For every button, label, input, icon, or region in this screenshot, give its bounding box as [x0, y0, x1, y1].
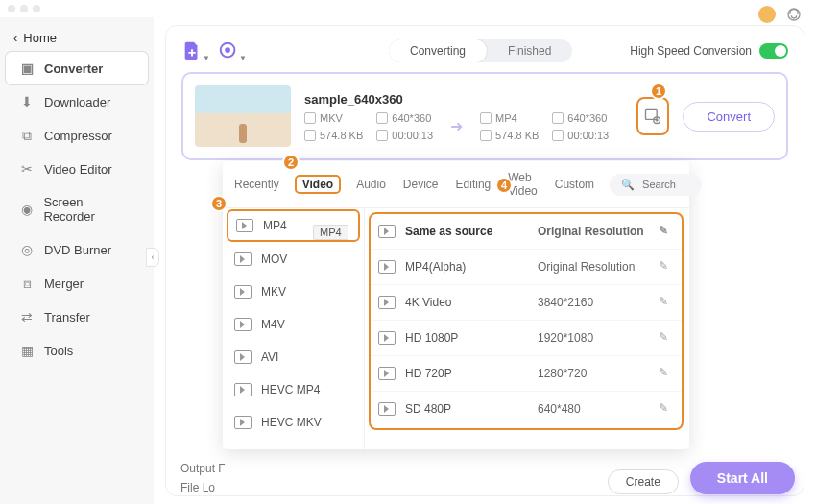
sidebar: ‹ Home ▣ Converter ⬇ Downloader ⧉ Compre… [0, 17, 154, 504]
status-segment: Converting Finished [389, 39, 572, 62]
traffic-light-max[interactable] [33, 5, 40, 12]
resolution-list: Same as source Original Resolution ✎ MP4… [365, 208, 689, 449]
add-dvd-button[interactable]: ▼ [218, 40, 239, 61]
edit-icon[interactable]: ✎ [659, 366, 674, 381]
tab-finished[interactable]: Finished [487, 39, 572, 62]
file-location-label: File Lo [180, 481, 226, 494]
edit-icon[interactable]: ✎ [659, 224, 674, 239]
sidebar-item-transfer[interactable]: ⇄ Transfer [6, 300, 148, 333]
container-icon [480, 112, 492, 124]
resolution-row[interactable]: SD 480P 640*480 ✎ [371, 392, 682, 426]
file-name: sample_640x360 [304, 92, 623, 107]
res-value: Original Resolution [538, 225, 649, 238]
res-value: 1920*1080 [538, 331, 649, 345]
traffic-light-close[interactable] [8, 5, 15, 12]
footer: Output F File Lo Create Start All [180, 462, 795, 494]
start-all-button[interactable]: Start All [690, 462, 795, 494]
chevron-down-icon: ▼ [239, 54, 247, 62]
support-icon[interactable] [785, 6, 803, 23]
play-icon [234, 350, 252, 364]
video-thumbnail[interactable] [195, 85, 291, 147]
sidebar-item-tools[interactable]: ▦ Tools [6, 334, 148, 367]
res-name: MP4(Alpha) [405, 260, 528, 274]
edit-icon[interactable]: ✎ [659, 401, 674, 417]
avatar[interactable] [758, 6, 776, 23]
home-link[interactable]: ‹ Home [0, 25, 154, 51]
res-icon [376, 112, 388, 124]
format-label: MOV [261, 252, 287, 266]
search-input[interactable] [642, 179, 700, 190]
resolution-row[interactable]: Same as source Original Resolution ✎ [371, 214, 682, 250]
edit-icon[interactable]: ✎ [659, 330, 674, 346]
search-box[interactable]: 🔍 [610, 174, 702, 196]
svg-point-2 [226, 48, 229, 52]
sidebar-collapse-handle[interactable]: ‹ [146, 248, 159, 267]
dst-container: MP4 [495, 112, 517, 124]
res-name: HD 720P [405, 367, 528, 380]
tooltip-mp4: MP4 [313, 225, 348, 240]
sidebar-item-label: Downloader [44, 95, 110, 109]
tab-device[interactable]: Device [401, 176, 441, 193]
play-icon [234, 383, 252, 396]
video-icon [378, 260, 396, 274]
traffic-light-min[interactable] [20, 5, 28, 12]
output-folder-label: Output F [180, 462, 226, 475]
merger-icon: ⧈ [19, 276, 35, 291]
play-icon [236, 219, 253, 232]
format-hevc-mkv[interactable]: HEVC MKV [223, 406, 364, 439]
sidebar-item-label: DVD Burner [44, 243, 111, 257]
resolution-row[interactable]: HD 1080P 1920*1080 ✎ [371, 321, 682, 356]
format-avi[interactable]: AVI [223, 341, 364, 373]
convert-button[interactable]: Convert [683, 102, 775, 132]
play-icon [234, 318, 252, 331]
resolution-row[interactable]: HD 720P 1280*720 ✎ [371, 356, 682, 392]
edit-icon[interactable]: ✎ [659, 259, 674, 275]
sidebar-item-merger[interactable]: ⧈ Merger [6, 267, 148, 300]
sidebar-item-label: Screen Recorder [43, 195, 134, 224]
output-settings-button[interactable] [636, 97, 669, 135]
hsc-toggle[interactable] [759, 43, 788, 59]
sidebar-item-converter[interactable]: ▣ Converter [6, 52, 148, 84]
home-label: Home [23, 31, 57, 45]
sidebar-item-video-editor[interactable]: ✂ Video Editor [6, 153, 148, 185]
callout-badge-3: 3 [210, 195, 228, 212]
tab-converting[interactable]: Converting [389, 39, 487, 62]
format-mov[interactable]: MOV [223, 243, 364, 276]
dst-dur: 00:00:13 [567, 130, 609, 141]
sidebar-item-dvd-burner[interactable]: ◎ DVD Burner [6, 233, 148, 266]
sidebar-item-downloader[interactable]: ⬇ Downloader [6, 85, 148, 118]
resolution-row[interactable]: MP4(Alpha) Original Resolution ✎ [371, 250, 682, 285]
tools-icon: ▦ [19, 343, 35, 358]
transfer-icon: ⇄ [19, 309, 35, 324]
tab-recently[interactable]: Recently [232, 176, 281, 193]
tab-editing[interactable]: Editing [454, 176, 493, 193]
add-file-button[interactable]: ▼ [181, 40, 203, 61]
sidebar-item-screen-recorder[interactable]: ◉ Screen Recorder [6, 186, 148, 232]
res-name: Same as source [405, 225, 528, 238]
sidebar-item-compressor[interactable]: ⧉ Compressor [6, 119, 148, 152]
create-button[interactable]: Create [608, 469, 679, 494]
resolution-row[interactable]: 4K Video 3840*2160 ✎ [371, 285, 682, 321]
res-value: 3840*2160 [538, 296, 649, 309]
format-label: AVI [261, 350, 278, 364]
video-icon [378, 367, 396, 380]
res-name: 4K Video [405, 296, 528, 309]
clock-icon [552, 130, 564, 141]
res-name: SD 480P [405, 402, 528, 416]
folder-icon [480, 130, 492, 141]
format-hevc-mp4[interactable]: HEVC MP4 [223, 373, 364, 406]
res-value: 640*480 [538, 402, 649, 416]
sidebar-item-label: Video Editor [44, 162, 112, 177]
res-name: HD 1080P [405, 331, 528, 345]
video-icon [378, 331, 396, 345]
sidebar-item-label: Tools [44, 344, 73, 358]
edit-icon[interactable]: ✎ [659, 295, 674, 310]
tab-custom[interactable]: Custom [553, 176, 596, 193]
format-mkv[interactable]: MKV [223, 276, 364, 308]
file-card: sample_640x360 MKV 574.8 KB 640*360 00:0… [181, 72, 788, 160]
tab-audio[interactable]: Audio [354, 176, 388, 193]
format-m4v[interactable]: M4V [223, 308, 364, 341]
play-icon [234, 252, 252, 266]
converter-icon: ▣ [19, 60, 35, 76]
tab-video[interactable]: Video [295, 175, 341, 194]
